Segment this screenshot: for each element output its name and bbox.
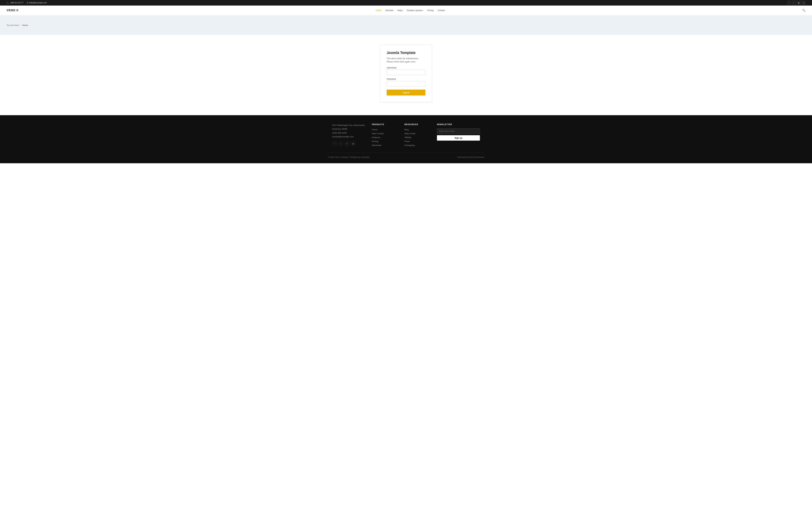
footer-resources-col: RESOURCES Blog Help Center Affiliate Pre… [404,123,430,148]
nav-home[interactable]: Home [376,9,381,12]
list-item: Press [404,140,430,143]
list-item: Help Center [404,132,430,135]
top-bar-social: f t ◉ in [787,1,806,4]
list-item: Download [372,144,398,146]
nav-services[interactable]: Services [385,9,394,12]
footer-instagram-link[interactable]: ◉ [351,141,356,146]
footer-twitter-link[interactable]: t [338,141,343,146]
login-title: Joomla Template [386,51,426,55]
topbar-facebook-link[interactable]: f [787,1,791,4]
login-subtitle-line2: Please check back again soon. [386,60,416,63]
footer-social: f t in ◉ [332,141,365,146]
phone-number: +490 54 324 77 [10,2,23,4]
login-button[interactable]: Log In [386,90,426,95]
footer-inner: 4517 Washington Ave. Manchester, Kentuck… [328,123,484,148]
address-phone: (239) 555-0108 [332,132,346,134]
login-subtitle-line1: This site is down for maintenance. [386,57,419,60]
phone-icon: 📞 [6,2,9,4]
nav-sample-layouts[interactable]: Sample Layouts [407,9,423,12]
breadcrumb: You are here: / Home [6,24,28,26]
nav-contact[interactable]: Contact [438,9,445,12]
footer-address-col: 4517 Washington Ave. Manchester, Kentuck… [332,123,365,148]
list-item: Affiliate [404,136,430,139]
top-bar: 📞 +490 54 324 77 ✉ hello@example.com f t… [0,0,812,5]
footer-products-heading: PRODUCTS [372,123,398,126]
footer-linkedin-link[interactable]: in [344,141,350,146]
footer-copyright: © 2022 Veno II Joomla 4 Template by Joom… [328,156,370,158]
nav-help[interactable]: Help [397,9,403,12]
footer-newsletter-col: NEWSLETTER Sign up [437,123,480,148]
newsletter-email-input[interactable] [437,128,480,134]
footer-product-pricing[interactable]: Pricing [372,140,378,143]
main-nav: Home Services Help Sample Layouts Pricin… [376,9,445,12]
footer-bottom: © 2022 Veno II Joomla 4 Template by Joom… [328,153,484,158]
breadcrumb-separator: / [20,24,21,26]
footer-product-download[interactable]: Download [372,144,381,146]
footer-resource-changelog[interactable]: Changelog [404,144,415,146]
main-content: Joomla Template This site is down for ma… [0,35,812,115]
username-input[interactable] [386,70,426,75]
email-address: hello@example.com [29,2,47,4]
nav-pricing[interactable]: Pricing [427,9,434,12]
email-icon: ✉ [27,2,28,4]
logo[interactable]: VENO II [6,8,18,12]
footer-powered: Powered by Gantry Framework [457,156,484,158]
footer-resource-helpcenter[interactable]: Help Center [404,132,416,135]
topbar-linkedin-link[interactable]: in [802,1,806,4]
username-group: Username [386,67,426,75]
email-info: ✉ hello@example.com [27,2,47,4]
address-email: contact@example.com [332,136,354,138]
footer-facebook-link[interactable]: f [332,141,337,146]
footer-product-features[interactable]: Features [372,136,380,139]
footer-address: 4517 Washington Ave. Manchester, Kentuck… [332,123,365,139]
footer-resources-heading: RESOURCES [404,123,430,126]
login-card: Joomla Template This site is down for ma… [380,44,432,102]
topbar-instagram-link[interactable]: ◉ [797,1,800,4]
footer-product-home[interactable]: Home [372,128,378,131]
list-item: How it works [372,132,398,135]
topbar-twitter-link[interactable]: t [792,1,796,4]
address-line2: Kentucky 39495 [332,128,347,130]
password-label: Password [386,78,426,80]
list-item: Features [372,136,398,139]
login-subtitle: This site is down for maintenance. Pleas… [386,57,426,63]
header: VENO II Home Services Help Sample Layout… [0,5,812,15]
list-item: Home [372,128,398,131]
username-label: Username [386,67,426,69]
footer-products-list: Home How it works Features Pricing Downl… [372,128,398,146]
footer: 4517 Washington Ave. Manchester, Kentuck… [0,115,812,163]
list-item: Blog [404,128,430,131]
address-line1: 4517 Washington Ave. Manchester, [332,124,365,126]
footer-resource-press[interactable]: Press [404,140,410,143]
footer-product-howitworks[interactable]: How it works [372,132,384,135]
top-bar-left: 📞 +490 54 324 77 ✉ hello@example.com [6,2,47,4]
footer-products-col: PRODUCTS Home How it works Features Pric… [372,123,398,148]
search-button[interactable]: 🔍 [802,9,806,12]
footer-resource-affiliate[interactable]: Affiliate [404,136,411,139]
footer-newsletter-heading: NEWSLETTER [437,123,480,126]
breadcrumb-area: You are here: / Home [0,15,812,35]
list-item: Changelog [404,144,430,146]
newsletter-signup-button[interactable]: Sign up [437,135,480,141]
footer-resources-list: Blog Help Center Affiliate Press Changel… [404,128,430,146]
list-item: Pricing [372,140,398,143]
password-group: Password [386,78,426,86]
phone-info: 📞 +490 54 324 77 [6,2,23,4]
footer-resource-blog[interactable]: Blog [404,128,409,131]
password-input[interactable] [386,81,426,86]
breadcrumb-prefix: You are here: [6,24,19,26]
breadcrumb-current: Home [22,24,28,26]
